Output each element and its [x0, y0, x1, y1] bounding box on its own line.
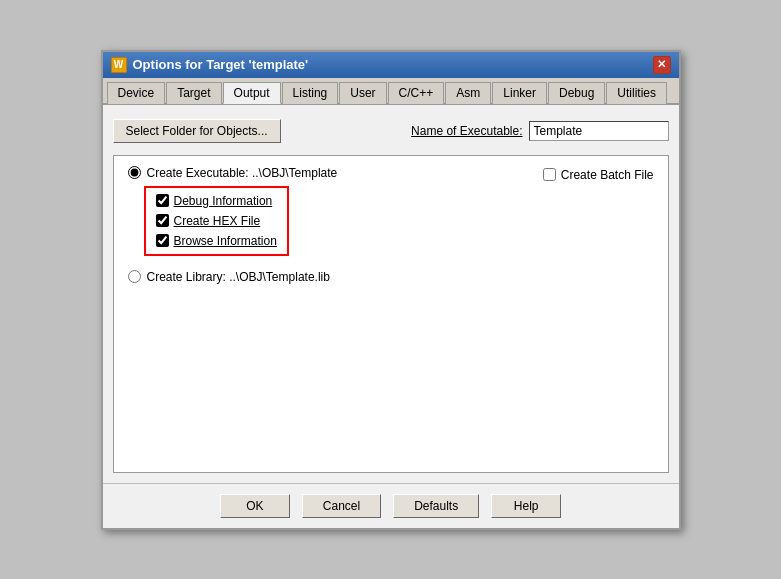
- content-area: Select Folder for Objects... Name of Exe…: [103, 105, 679, 483]
- defaults-button[interactable]: Defaults: [393, 494, 479, 518]
- tab-bar: Device Target Output Listing User C/C++ …: [103, 78, 679, 105]
- title-bar: W Options for Target 'template' ✕: [103, 52, 679, 78]
- browse-info-checkbox[interactable]: [156, 234, 169, 247]
- tab-listing[interactable]: Listing: [282, 82, 339, 104]
- button-row: OK Cancel Defaults Help: [103, 483, 679, 528]
- help-button[interactable]: Help: [491, 494, 561, 518]
- ok-button[interactable]: OK: [220, 494, 290, 518]
- close-button[interactable]: ✕: [653, 56, 671, 74]
- browse-info-row: Browse Information: [156, 234, 277, 248]
- exe-section: Create Executable: ..\OBJ\Template Debug…: [128, 166, 338, 256]
- create-hex-checkbox[interactable]: [156, 214, 169, 227]
- create-lib-label: Create Library: ..\OBJ\Template.lib: [147, 270, 330, 284]
- create-lib-radio-row: Create Library: ..\OBJ\Template.lib: [128, 270, 654, 284]
- tab-debug[interactable]: Debug: [548, 82, 605, 104]
- tab-linker[interactable]: Linker: [492, 82, 547, 104]
- create-exe-radio-row: Create Executable: ..\OBJ\Template: [128, 166, 338, 180]
- name-exe-label: Name of Executable:: [411, 124, 522, 138]
- main-group: Create Executable: ..\OBJ\Template Debug…: [113, 155, 669, 473]
- tab-cpp[interactable]: C/C++: [388, 82, 445, 104]
- name-exe-input[interactable]: [529, 121, 669, 141]
- cancel-button[interactable]: Cancel: [302, 494, 381, 518]
- top-row: Select Folder for Objects... Name of Exe…: [113, 115, 669, 147]
- dialog-title: Options for Target 'template': [133, 57, 309, 72]
- browse-info-label: Browse Information: [174, 234, 277, 248]
- exe-batch-row: Create Executable: ..\OBJ\Template Debug…: [128, 166, 654, 256]
- debug-info-checkbox[interactable]: [156, 194, 169, 207]
- create-batch-label: Create Batch File: [561, 168, 654, 182]
- checkbox-group: Debug Information Create HEX File Browse…: [144, 186, 289, 256]
- tab-device[interactable]: Device: [107, 82, 166, 104]
- batch-section: Create Batch File: [543, 166, 654, 182]
- create-hex-label: Create HEX File: [174, 214, 261, 228]
- create-batch-checkbox[interactable]: [543, 168, 556, 181]
- app-icon: W: [111, 57, 127, 73]
- tab-target[interactable]: Target: [166, 82, 221, 104]
- create-lib-radio[interactable]: [128, 270, 141, 283]
- create-hex-row: Create HEX File: [156, 214, 277, 228]
- tab-output[interactable]: Output: [223, 82, 281, 104]
- tab-utilities[interactable]: Utilities: [606, 82, 667, 104]
- name-exe-group: Name of Executable:: [411, 121, 668, 141]
- options-dialog: W Options for Target 'template' ✕ Device…: [101, 50, 681, 530]
- debug-info-label: Debug Information: [174, 194, 273, 208]
- debug-info-row: Debug Information: [156, 194, 277, 208]
- select-folder-button[interactable]: Select Folder for Objects...: [113, 119, 281, 143]
- create-exe-label: Create Executable: ..\OBJ\Template: [147, 166, 338, 180]
- create-exe-radio[interactable]: [128, 166, 141, 179]
- tab-user[interactable]: User: [339, 82, 386, 104]
- tab-asm[interactable]: Asm: [445, 82, 491, 104]
